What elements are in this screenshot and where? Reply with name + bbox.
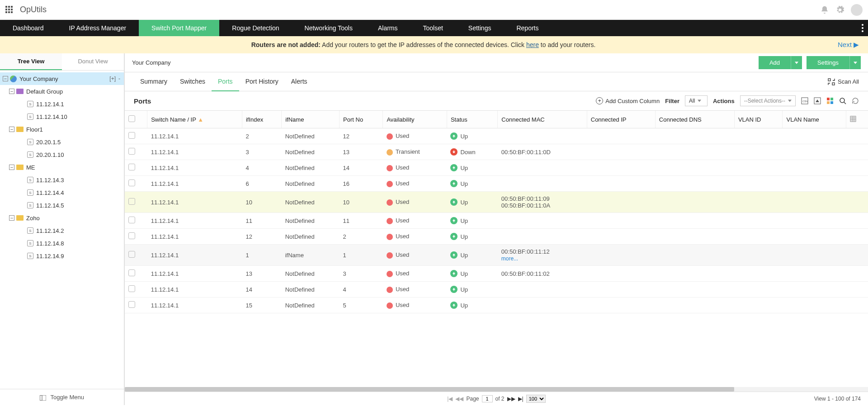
- subtab-summary[interactable]: Summary: [134, 72, 174, 91]
- tree-item[interactable]: S11.12.14.10: [0, 110, 124, 123]
- row-checkbox[interactable]: [128, 301, 135, 308]
- settings-dropdown[interactable]: [849, 56, 861, 69]
- table-row[interactable]: 11.12.14.113NotDefined3UsedUp00:50:BF:00…: [125, 266, 868, 282]
- tree-item[interactable]: S11.12.14.8: [0, 237, 124, 250]
- apps-icon[interactable]: [5, 6, 14, 14]
- col-vlan-name[interactable]: VLAN Name: [783, 111, 846, 128]
- tree-item[interactable]: S11.12.14.1: [0, 98, 124, 110]
- col-connected-dns[interactable]: Connected DNS: [655, 111, 734, 128]
- row-checkbox[interactable]: [128, 269, 135, 276]
- alert-next-button[interactable]: Next ▶: [838, 41, 859, 49]
- actions-select[interactable]: --Select Actions--: [740, 95, 796, 106]
- search-icon[interactable]: [839, 97, 846, 104]
- nav-toolset[interactable]: Toolset: [410, 20, 456, 36]
- row-checkbox[interactable]: [128, 132, 135, 139]
- pager-last-icon[interactable]: ▶|: [518, 396, 524, 402]
- tab-tree-view[interactable]: Tree View: [0, 53, 62, 70]
- table-row[interactable]: 11.12.14.16NotDefined16UsedUp: [125, 176, 868, 192]
- ports-table-wrap[interactable]: Switch Name / IP ▲ifIndexifNamePort NoAv…: [125, 110, 868, 387]
- grid-view-icon[interactable]: [826, 97, 834, 104]
- nav-rogue-detection[interactable]: Rogue Detection: [219, 20, 292, 36]
- column-config-icon[interactable]: [846, 111, 868, 128]
- tree-group-me[interactable]: −ME: [0, 161, 124, 174]
- nav-alarms[interactable]: Alarms: [365, 20, 410, 36]
- add-dropdown[interactable]: [791, 56, 802, 69]
- tree-group-default-group[interactable]: −Default Group: [0, 85, 124, 98]
- row-checkbox[interactable]: [128, 285, 135, 292]
- table-row[interactable]: 11.12.14.114NotDefined4UsedUp: [125, 282, 868, 297]
- tree-item[interactable]: S11.12.14.4: [0, 186, 124, 199]
- avatar[interactable]: [851, 4, 863, 16]
- export-pdf-icon[interactable]: [814, 97, 821, 104]
- row-checkbox[interactable]: [128, 148, 135, 155]
- col-ifindex[interactable]: ifIndex: [242, 111, 281, 128]
- table-row[interactable]: 11.12.14.112NotDefined2UsedUp: [125, 229, 868, 245]
- tree-item[interactable]: S20.20.1.5: [0, 136, 124, 148]
- filter-select[interactable]: All: [685, 95, 708, 106]
- tree-item[interactable]: S11.12.14.9: [0, 250, 124, 262]
- table-row[interactable]: 11.12.14.115NotDefined5UsedUp: [125, 297, 868, 313]
- alert-link[interactable]: here: [526, 41, 539, 48]
- row-checkbox[interactable]: [128, 164, 135, 170]
- nav-reports[interactable]: Reports: [504, 20, 551, 36]
- tree-item[interactable]: S11.12.14.2: [0, 224, 124, 237]
- nav-networking-tools[interactable]: Networking Tools: [292, 20, 365, 36]
- row-checkbox[interactable]: [128, 179, 135, 186]
- table-row[interactable]: 11.12.14.111NotDefined11UsedUp: [125, 213, 868, 229]
- col-checkbox[interactable]: [125, 111, 147, 128]
- col-ifname[interactable]: ifName: [282, 111, 340, 128]
- add-custom-column-button[interactable]: +Add Custom Column: [596, 97, 660, 104]
- tree-item[interactable]: S20.20.1.10: [0, 148, 124, 161]
- tree-item[interactable]: S11.12.14.5: [0, 199, 124, 212]
- tree-root[interactable]: −Your Company[+]-: [0, 72, 124, 85]
- horizontal-scrollbar[interactable]: [125, 387, 868, 392]
- table-row[interactable]: 11.12.14.12NotDefined12UsedUp: [125, 128, 868, 144]
- export-csv-icon[interactable]: CSV: [801, 97, 808, 104]
- col-status[interactable]: Status: [447, 111, 497, 128]
- tree-group-floor1[interactable]: −Floor1: [0, 123, 124, 136]
- svg-rect-12: [827, 101, 830, 104]
- tree-add-icon[interactable]: [+]: [109, 76, 116, 82]
- settings-button[interactable]: Settings: [807, 56, 849, 69]
- table-row[interactable]: 11.12.14.13NotDefined13TransientDown00:5…: [125, 144, 868, 160]
- pager-next-icon[interactable]: ▶▶: [507, 396, 515, 402]
- tab-donut-view[interactable]: Donut View: [62, 53, 124, 70]
- pager-size-select[interactable]: 100: [526, 395, 546, 403]
- table-row[interactable]: 11.12.14.11ifName1UsedUp00:50:BF:00:11:1…: [125, 245, 868, 266]
- pager-prev-icon[interactable]: ◀◀: [455, 396, 463, 402]
- gear-icon[interactable]: [835, 5, 844, 14]
- row-checkbox[interactable]: [128, 198, 135, 205]
- refresh-icon[interactable]: [852, 97, 859, 104]
- row-checkbox[interactable]: [128, 232, 135, 239]
- subtab-ports[interactable]: Ports: [212, 72, 239, 91]
- nav-dashboard[interactable]: Dashboard: [0, 20, 57, 36]
- col-connected-ip[interactable]: Connected IP: [587, 111, 655, 128]
- bell-icon[interactable]: [820, 5, 829, 14]
- subtab-switches[interactable]: Switches: [174, 72, 212, 91]
- mac-more-link[interactable]: more...: [501, 255, 518, 262]
- col-switch-name---ip[interactable]: Switch Name / IP ▲: [147, 111, 242, 128]
- scan-all-button[interactable]: Scan All: [828, 78, 859, 85]
- nav-settings[interactable]: Settings: [456, 20, 504, 36]
- tree-group-zoho[interactable]: −Zoho: [0, 212, 124, 224]
- table-row[interactable]: 11.12.14.14NotDefined14UsedUp: [125, 160, 868, 176]
- tree-item[interactable]: S11.12.14.3: [0, 174, 124, 186]
- subtab-alerts[interactable]: Alerts: [285, 72, 314, 91]
- tree-collapse-icon[interactable]: -: [118, 76, 120, 82]
- table-row[interactable]: 11.12.14.110NotDefined10UsedUp00:50:BF:0…: [125, 192, 868, 213]
- nav-more-icon[interactable]: [862, 20, 863, 36]
- subtab-port-history[interactable]: Port History: [239, 72, 285, 91]
- add-button[interactable]: Add: [759, 56, 791, 69]
- toggle-menu-button[interactable]: Toggle Menu: [0, 389, 124, 405]
- col-port-no[interactable]: Port No: [340, 111, 383, 128]
- nav-switch-port-mapper[interactable]: Switch Port Mapper: [139, 20, 219, 36]
- pager-page-input[interactable]: [482, 395, 493, 402]
- nav-ip-address-manager[interactable]: IP Address Manager: [57, 20, 139, 36]
- col-vlan-id[interactable]: VLAN ID: [734, 111, 783, 128]
- col-availability[interactable]: Availability: [383, 111, 447, 128]
- pager-first-icon[interactable]: |◀: [447, 396, 453, 402]
- col-connected-mac[interactable]: Connected MAC: [498, 111, 587, 128]
- row-checkbox[interactable]: [128, 217, 135, 223]
- row-checkbox[interactable]: [128, 251, 135, 258]
- select-all-checkbox[interactable]: [128, 115, 135, 122]
